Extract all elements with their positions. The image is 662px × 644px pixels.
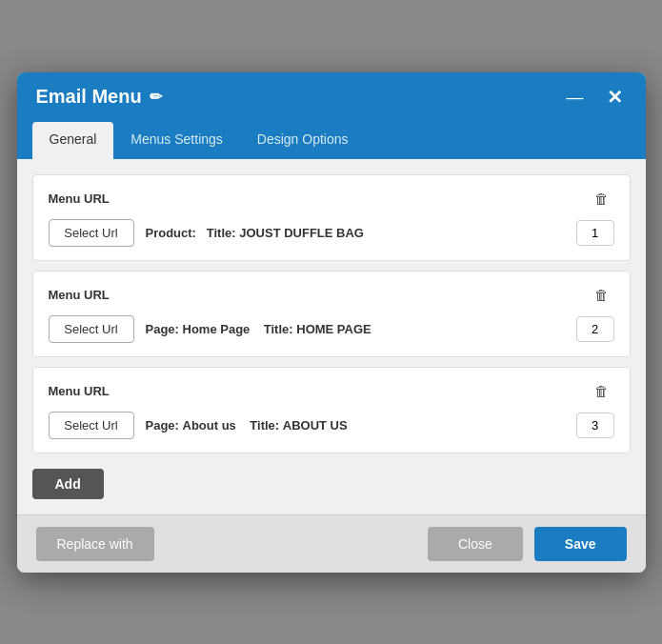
select-url-button-1[interactable]: Select Url	[49, 219, 134, 247]
menu-item-2-header: Menu URL	[49, 285, 614, 306]
minimize-button[interactable]: —	[563, 87, 588, 108]
modal-title-text: Email Menu	[36, 86, 142, 108]
select-url-button-2[interactable]: Select Url	[49, 315, 134, 343]
menu-item-3-info: Page: About us Title: ABOUT US	[146, 418, 565, 433]
info-type-3: Page:	[146, 418, 179, 433]
menu-item-1-info: Product: Title: JOUST DUFFLE BAG	[146, 226, 565, 240]
order-input-3[interactable]	[576, 413, 614, 438]
menu-url-label-1: Menu URL	[49, 191, 110, 206]
save-button[interactable]: Save	[534, 527, 627, 561]
info-title-label-3: Title:	[250, 418, 279, 433]
menu-item-2-info: Page: Home Page Title: HOME PAGE	[146, 322, 565, 336]
modal-footer: Replace with Close Save	[17, 514, 646, 573]
trash-icon-1	[594, 191, 609, 207]
delete-menu-item-2[interactable]	[589, 285, 614, 306]
replace-with-button[interactable]: Replace with	[36, 527, 154, 561]
info-title-label-2: Title:	[264, 322, 293, 336]
tab-bar: General Menus Settings Design Options	[17, 122, 646, 159]
select-url-button-3[interactable]: Select Url	[49, 412, 134, 439]
info-type-2: Page:	[146, 322, 179, 336]
modal-close-button[interactable]: ✕	[603, 86, 627, 109]
tab-design-options[interactable]: Design Options	[240, 122, 366, 159]
edit-icon[interactable]: ✏	[150, 88, 162, 106]
footer-right: Close Save	[428, 527, 627, 561]
footer-left: Replace with	[36, 527, 154, 561]
tab-general[interactable]: General	[32, 122, 114, 159]
delete-menu-item-1[interactable]	[589, 189, 614, 210]
modal-header: Email Menu ✏ — ✕	[17, 72, 646, 122]
info-page-value-3: About us	[183, 418, 236, 433]
trash-icon-2	[594, 287, 609, 303]
info-page-value-2: Home Page	[183, 322, 251, 336]
menu-item-1-header: Menu URL	[49, 189, 614, 210]
info-title-value-2: HOME PAGE	[296, 322, 371, 336]
order-input-2[interactable]	[576, 316, 614, 342]
menu-item-3-header: Menu URL	[49, 381, 614, 402]
delete-menu-item-3[interactable]	[589, 381, 614, 402]
menu-url-label-3: Menu URL	[49, 384, 110, 398]
info-type-1: Product:	[146, 226, 196, 240]
modal-title-area: Email Menu ✏	[36, 86, 162, 108]
menu-item-3: Menu URL Select Url Page: About us Title…	[32, 367, 631, 453]
menu-item-3-row: Select Url Page: About us Title: ABOUT U…	[49, 412, 614, 439]
close-button[interactable]: Close	[428, 527, 523, 561]
menu-item-1: Menu URL Select Url Product: Title: JOUS…	[32, 174, 631, 261]
email-menu-modal: Email Menu ✏ — ✕ General Menus Settings …	[17, 72, 646, 573]
order-input-1[interactable]	[576, 220, 614, 246]
add-menu-item-button[interactable]: Add	[32, 469, 104, 499]
trash-icon-3	[594, 383, 609, 399]
menu-item-2-row: Select Url Page: Home Page Title: HOME P…	[49, 315, 614, 343]
menu-item-1-row: Select Url Product: Title: JOUST DUFFLE …	[49, 219, 614, 247]
info-title-value-1: JOUST DUFFLE BAG	[239, 226, 364, 240]
info-title-value-3: ABOUT US	[283, 418, 348, 433]
menu-url-label-2: Menu URL	[49, 288, 110, 302]
tab-menus-settings[interactable]: Menus Settings	[113, 122, 240, 159]
info-title-label-1: Title:	[207, 226, 236, 240]
header-controls: — ✕	[563, 86, 627, 109]
modal-body: Menu URL Select Url Product: Title: JOUS…	[17, 159, 646, 514]
menu-item-2: Menu URL Select Url Page: Home Page Titl…	[32, 271, 631, 357]
